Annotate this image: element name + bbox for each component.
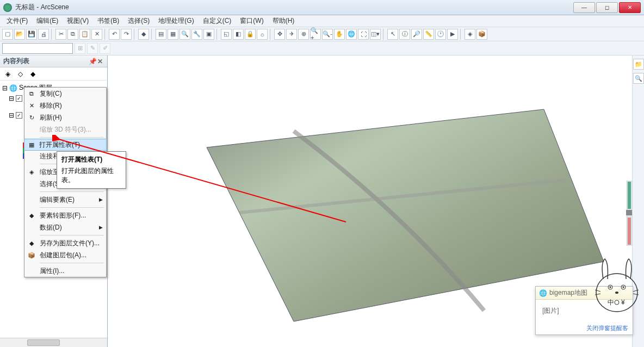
open-icon[interactable]: 📂 [14,29,25,40]
submenu-arrow-icon: ▶ [99,225,103,230]
pan-icon[interactable]: ✋ [334,29,345,40]
catalog-tab-icon[interactable]: 📁 [633,59,644,70]
separator [40,263,104,263]
toc-scrollbar[interactable] [0,338,107,347]
list-by-source-icon[interactable]: ◇ [15,69,26,79]
expand-icon[interactable]: ⊟ [9,95,14,102]
menu-view[interactable]: 视图(V) [63,15,93,27]
animation-icon[interactable]: ▶ [447,29,458,40]
layers-icon[interactable]: ◈ [465,29,475,40]
popup-close-link[interactable]: 关闭弹窗提醒客 [536,322,633,334]
svg-point-9 [610,287,611,288]
popup-title: bigemap地图 [549,288,587,298]
cm-refresh[interactable]: ↻刷新(H) [24,111,106,123]
zoom-in-icon[interactable]: 🔍+ [310,29,321,40]
vertical-exaggeration-slider[interactable] [627,181,632,246]
package-icon[interactable]: 📦 [476,29,487,40]
tooltip-desc: 打开此图层的属性表。 [61,166,121,185]
menu-windows[interactable]: 窗口(W) [236,15,268,27]
cm-scale3d: 缩放 3D 符号(3)... [24,123,106,135]
cm-data[interactable]: 数据(D)▶ [24,221,106,233]
center-icon[interactable]: ⊕ [298,29,309,40]
cm-remove[interactable]: ✕移除(R) [24,100,106,111]
minimize-button[interactable]: — [573,2,595,13]
separator [40,207,104,208]
find-icon[interactable]: 🔎 [411,29,422,40]
sketch-icon[interactable]: ✐ [100,43,110,54]
add-data-icon[interactable]: ◆ [138,29,149,40]
pointer-icon[interactable]: ↖ [387,29,398,40]
toc-tools: ◈ ◇ ◆ [0,67,107,80]
menu-selection[interactable]: 选择(S) [123,15,154,27]
redo-icon[interactable]: ↷ [121,29,132,40]
svg-text:¥: ¥ [621,299,625,306]
menu-geoprocessing[interactable]: 地理处理(G) [154,15,198,27]
sub-window-icon[interactable]: ◱ [221,29,232,40]
zoom-out-icon[interactable]: 🔍- [322,29,333,40]
cm-edit-features[interactable]: 编辑要素(E)▶ [24,194,106,206]
nav-icon[interactable]: ✥ [274,29,285,40]
copy-icon: ⧉ [27,90,36,97]
cm-create-package[interactable]: 📦创建图层包(A)... [24,249,106,261]
close-button[interactable]: ✕ [619,2,641,13]
snapping-icon[interactable]: ⊞ [75,43,85,54]
menu-bookmarks[interactable]: 书签(B) [93,15,123,27]
full-extent-icon[interactable]: 🌐 [346,29,357,40]
paste-icon[interactable]: 📋 [79,29,90,40]
app-icon [3,3,12,12]
menu-edit[interactable]: 编辑(E) [32,15,63,27]
cm-save-as-layer[interactable]: ◆另存为图层文件(Y)... [24,237,106,249]
layer-checkbox[interactable]: ✓ [16,112,22,119]
cm-open-attribute-table[interactable]: ▦打开属性表(T) [24,139,107,151]
measure-icon[interactable]: 📏 [423,29,434,40]
identify-icon[interactable]: ⓘ [399,29,410,40]
toc-title: 内容列表 [3,57,29,66]
expand-icon[interactable]: ⛶ [358,29,369,40]
time-icon[interactable]: 🕐 [435,29,446,40]
cm-properties[interactable]: 属性(I)... [24,265,106,277]
scale-icon[interactable]: ◫▾ [370,29,381,40]
python-icon[interactable]: ▣ [203,29,214,40]
cm-convert-graphics[interactable]: ◆要素转图形(F)... [24,209,106,221]
target-layer-dropdown[interactable] [2,43,73,54]
tooltip: 打开属性表(T) 打开此图层的属性表。 [57,151,126,189]
mascot-icon: 中 ¥ [590,255,644,314]
layer-checkbox[interactable]: ✓ [16,95,22,102]
svg-point-10 [623,287,624,288]
maximize-button[interactable]: ◻ [596,2,618,13]
delete-icon[interactable]: ✕ [91,29,102,40]
graphics-icon: ◆ [27,212,36,219]
copy-icon[interactable]: ⧉ [67,29,78,40]
menu-customize[interactable]: 自定义(C) [199,15,236,27]
fly-icon[interactable]: ✈ [286,29,297,40]
remove-icon: ✕ [27,102,36,109]
toolbox-icon[interactable]: 🔧 [191,29,202,40]
list-by-selection-icon[interactable]: ◆ [27,69,38,79]
print-icon[interactable]: 🖨 [38,29,49,40]
cm-copy[interactable]: ⧉复制(C) [24,88,106,100]
save-icon[interactable]: 💾 [26,29,37,40]
window-title: 无标题 - ArcScene [15,3,573,12]
expand-icon[interactable]: ⊟ [9,111,14,119]
menu-file[interactable]: 文件(F) [2,15,32,27]
scene-icon[interactable]: ☼ [257,29,268,40]
lock-icon[interactable]: 🔒 [245,29,256,40]
popup-icon: 🌐 [539,289,547,297]
catalog-icon[interactable]: ▦ [168,29,178,40]
list-by-drawing-icon[interactable]: ◈ [2,69,13,79]
search-tab-icon[interactable]: 🔍 [633,73,644,84]
cut-icon[interactable]: ✂ [55,29,66,40]
search-icon[interactable]: 🔍 [179,29,190,40]
new-icon[interactable]: ▢ [2,29,13,40]
close-panel-icon[interactable]: ✕ [96,58,104,65]
layout-icon[interactable]: ◧ [233,29,244,40]
edit-tool-icon[interactable]: ✎ [87,43,98,54]
title-bar: 无标题 - ArcScene — ◻ ✕ [0,0,644,15]
expand-icon[interactable]: ⊟ [2,84,8,92]
menu-bar: 文件(F) 编辑(E) 视图(V) 书签(B) 选择(S) 地理处理(G) 自定… [0,15,644,27]
menu-help[interactable]: 帮助(H) [268,15,299,27]
undo-icon[interactable]: ↶ [109,29,120,40]
pin-icon[interactable]: 📌 [89,58,96,65]
toc-icon[interactable]: ▤ [156,29,166,40]
separator [40,137,104,138]
